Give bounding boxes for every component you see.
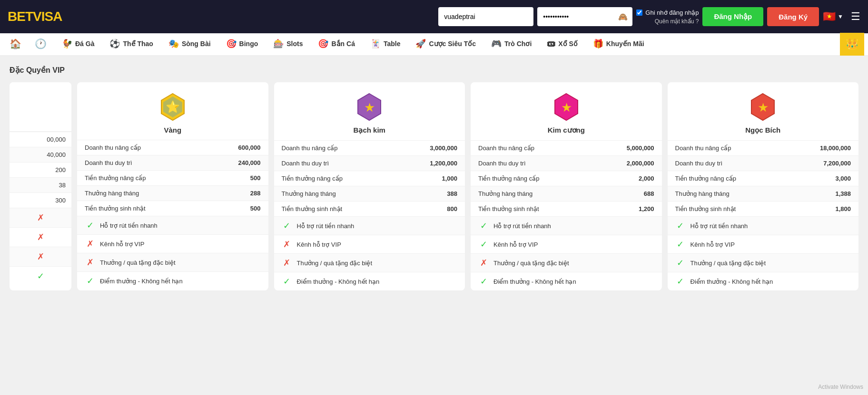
nav-cuoc-sieu-toc[interactable]: 🚀 Cược Siêu Tốc xyxy=(408,33,483,56)
bach-kim-label-1: Doanh thu nâng cấp xyxy=(282,145,420,152)
nav-history[interactable]: 🕐 xyxy=(27,33,54,56)
kim-cuong-label-2: Doanh thu duy trì xyxy=(478,160,616,167)
svg-text:★: ★ xyxy=(364,100,375,115)
vang-label-5: Tiền thưởng sinh nhật xyxy=(85,205,223,212)
hamburger-menu-icon[interactable]: ☰ xyxy=(851,10,860,23)
ngoc-bich-check-3: ✓ Thưởng / quà tặng đặc biệt xyxy=(668,253,859,272)
toggle-password-icon[interactable]: 🙈 xyxy=(618,12,628,21)
nav-bingo[interactable]: 🎯 Bingo xyxy=(218,33,266,56)
kim-cuong-row-1: Doanh thu nâng cấp 5,000,000 xyxy=(471,140,662,155)
partial-check-icon-1: ✗ xyxy=(35,212,46,223)
ngoc-bich-check-1: ✓ Hỗ trợ rút tiền nhanh xyxy=(668,216,859,235)
kim-cuong-value-1: 5,000,000 xyxy=(616,145,654,152)
bach-kim-check-label-3: Thưởng / quà tặng đặc biệt xyxy=(297,260,373,267)
header-inputs: 🙈 Ghi nhớ đăng nhập Quên mật khẩu ? Đăng… xyxy=(438,7,860,26)
vang-check-label-4: Điểm thưởng - Không hết hạn xyxy=(100,278,183,285)
ngoc-bich-check-label-1: Hỗ trợ rút tiền nhanh xyxy=(690,222,748,230)
vang-value-5: 500 xyxy=(223,205,261,212)
nav-home[interactable]: 🏠 xyxy=(4,33,27,56)
bach-kim-row-5: Tiền thưởng sinh nhật 800 xyxy=(274,201,465,216)
vip-card-vang-header: ⭐ Vàng xyxy=(77,82,268,140)
ngoc-bich-value-4: 1,388 xyxy=(813,190,851,197)
kim-cuong-row-4: Thưởng hàng tháng 688 xyxy=(471,186,662,201)
kim-cuong-check-2: ✓ Kênh hỗ trợ VIP xyxy=(471,235,662,253)
kim-cuong-value-4: 688 xyxy=(616,190,654,197)
kim-cuong-check-1: ✓ Hỗ trợ rút tiền nhanh xyxy=(471,216,662,235)
login-button[interactable]: Đăng Nhập xyxy=(702,7,763,26)
kim-cuong-check-label-4: Điểm thưởng - Không hết hạn xyxy=(493,278,576,285)
vip-card-kim-cuong: ★ Kim cương Doanh thu nâng cấp 5,000,000… xyxy=(471,82,662,290)
ngoc-bich-row-4: Thưởng hàng tháng 1,388 xyxy=(668,186,859,201)
nav-xo-so[interactable]: 🎟 Xổ Số xyxy=(539,33,585,56)
bach-kim-check-icon-2: ✗ xyxy=(282,239,292,250)
ngoc-bich-check-icon-2: ✓ xyxy=(675,239,686,250)
tro-choi-icon: 🎮 xyxy=(491,39,502,49)
cuoc-sieu-toc-icon: 🚀 xyxy=(415,39,426,49)
ngoc-bich-value-5: 1,800 xyxy=(813,205,851,212)
da-ga-icon: 🐓 xyxy=(62,39,72,49)
remember-label[interactable]: Ghi nhớ đăng nhập xyxy=(636,9,699,16)
language-selector[interactable]: 🇻🇳 ▼ xyxy=(823,10,843,23)
vang-check-icon-1: ✓ xyxy=(85,220,95,231)
partial-row-2: 40,000 xyxy=(10,147,71,162)
vang-check-icon-3: ✗ xyxy=(85,257,95,268)
vang-label-1: Doanh thu nâng cấp xyxy=(85,144,223,151)
nav-da-ga[interactable]: 🐓 Đá Gà xyxy=(54,33,102,56)
ngoc-bich-label-4: Thưởng hàng tháng xyxy=(675,190,813,197)
forgot-password-link[interactable]: Quên mật khẩu ? xyxy=(636,18,699,25)
ngoc-bich-row-1: Doanh thu nâng cấp 18,000,000 xyxy=(668,140,859,155)
vang-label-2: Doanh thu duy trì xyxy=(85,159,223,166)
nav-ban-ca-label: Bắn Cá xyxy=(331,40,355,48)
ngoc-bich-row-3: Tiền thưởng nâng cấp 3,000 xyxy=(668,171,859,186)
partial-check-1: ✗ xyxy=(10,208,71,227)
bach-kim-label-3: Tiền thưởng nâng cấp xyxy=(282,175,420,182)
chevron-down-icon: ▼ xyxy=(838,13,843,20)
vang-name: Vàng xyxy=(164,126,181,134)
vang-check-2: ✗ Kênh hỗ trợ VIP xyxy=(77,234,268,253)
vang-value-2: 240,000 xyxy=(223,159,261,166)
kim-cuong-row-3: Tiền thưởng nâng cấp 2,000 xyxy=(471,171,662,186)
nav-khuyen-mai[interactable]: 🎁 Khuyến Mãi xyxy=(585,33,652,56)
vang-badge-icon: ⭐ xyxy=(158,92,188,122)
vang-row-3: Tiền thưởng nâng cấp 500 xyxy=(77,170,268,185)
vip-card-bach-kim: ★ Bạch kim Doanh thu nâng cấp 3,000,000 … xyxy=(274,82,465,290)
vip-card-vang: ⭐ Vàng Doanh thu nâng cấp 600,000 Doanh … xyxy=(77,82,268,290)
vang-check-label-2: Kênh hỗ trợ VIP xyxy=(100,241,144,248)
kim-cuong-row-2: Doanh thu duy trì 2,000,000 xyxy=(471,155,662,171)
partial-check-icon-4: ✓ xyxy=(35,271,46,281)
bach-kim-value-1: 3,000,000 xyxy=(419,145,457,152)
partial-check-2: ✗ xyxy=(10,227,71,247)
remember-text: Ghi nhớ đăng nhập xyxy=(645,9,699,16)
register-button[interactable]: Đăng Ký xyxy=(767,7,819,26)
vip-card-bach-kim-header: ★ Bạch kim xyxy=(274,82,465,140)
nav-table[interactable]: 🃏 Table xyxy=(363,33,408,56)
ngoc-bich-check-4: ✓ Điểm thưởng - Không hết hạn xyxy=(668,272,859,290)
nav-tro-choi-label: Trò Chơi xyxy=(504,40,532,48)
remember-checkbox[interactable] xyxy=(636,10,642,16)
kim-cuong-value-5: 1,200 xyxy=(616,205,654,212)
nav-the-thao[interactable]: ⚽ Thể Thao xyxy=(102,33,160,56)
xo-so-icon: 🎟 xyxy=(547,39,555,49)
bach-kim-label-4: Thưởng hàng tháng xyxy=(282,190,420,197)
ngoc-bich-badge-icon: ★ xyxy=(748,92,778,122)
nav-tro-choi[interactable]: 🎮 Trò Chơi xyxy=(483,33,539,56)
bach-kim-name: Bạch kim xyxy=(354,126,385,135)
header: BETVISA 🙈 Ghi nhớ đăng nhập Quên mật khẩ… xyxy=(0,0,868,33)
nav-song-bai[interactable]: 🎭 Sòng Bài xyxy=(161,33,218,56)
nav-vip[interactable]: 👑 xyxy=(840,33,864,56)
nav-cuoc-sieu-toc-label: Cược Siêu Tốc xyxy=(429,40,476,48)
nav-ban-ca[interactable]: 🎯 Bắn Cá xyxy=(310,33,362,56)
username-input[interactable] xyxy=(438,7,533,26)
nav-slots[interactable]: 🎰 Slots xyxy=(266,33,310,56)
bach-kim-row-2: Doanh thu duy trì 1,200,000 xyxy=(274,155,465,171)
bach-kim-check-icon-3: ✗ xyxy=(282,258,292,268)
ban-ca-icon: 🎯 xyxy=(318,39,328,49)
vang-value-1: 600,000 xyxy=(223,144,261,151)
bach-kim-label-5: Tiền thưởng sinh nhật xyxy=(282,205,420,212)
ngoc-bich-label-2: Doanh thu duy trì xyxy=(675,160,813,167)
kim-cuong-label-1: Doanh thu nâng cấp xyxy=(478,145,616,152)
kim-cuong-check-icon-4: ✓ xyxy=(478,276,489,287)
vang-check-label-3: Thưởng / quà tặng đặc biệt xyxy=(100,259,176,266)
ngoc-bich-value-1: 18,000,000 xyxy=(813,145,851,152)
khuyen-mai-icon: 🎁 xyxy=(593,39,603,49)
